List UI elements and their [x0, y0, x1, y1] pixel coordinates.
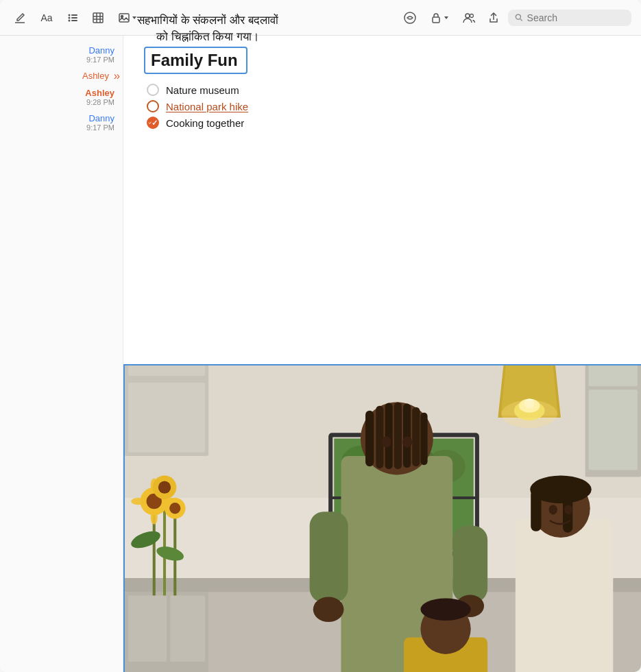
sidebar-entry-danny-1[interactable]: Danny 9:17 PM	[0, 43, 123, 67]
svg-rect-70	[365, 411, 374, 466]
toolbar: Aa	[0, 0, 641, 36]
user-name-danny-1: Danny	[88, 45, 114, 56]
media-icon[interactable]	[112, 8, 143, 28]
svg-rect-6	[93, 13, 103, 23]
svg-rect-1	[71, 14, 77, 16]
kitchen-scene	[125, 365, 641, 672]
svg-point-16	[470, 14, 474, 17]
kitchen-photo-svg	[125, 365, 641, 672]
check-circle-1[interactable]	[147, 84, 159, 96]
svg-rect-71	[376, 406, 383, 469]
svg-rect-3	[71, 17, 77, 19]
sidebar-entry-ashley-1[interactable]: Ashley ›	[0, 68, 123, 84]
user-name-danny-2: Danny	[88, 113, 114, 123]
svg-point-60	[131, 498, 145, 505]
svg-rect-52	[170, 595, 205, 662]
svg-rect-73	[394, 403, 402, 470]
item-label-2: National park hike	[166, 101, 248, 112]
svg-rect-14	[433, 17, 439, 23]
sidebar-entry-ashley-2[interactable]: Ashley 9:28 PM	[0, 85, 123, 109]
svg-rect-79	[310, 512, 348, 602]
note-title-box: Family Fun	[144, 47, 247, 74]
svg-rect-86	[531, 490, 541, 531]
svg-rect-80	[452, 526, 487, 603]
svg-rect-5	[71, 20, 77, 21]
svg-point-13	[404, 12, 415, 23]
svg-point-88	[549, 505, 557, 514]
user-time-danny-1: 9:17 PM	[86, 56, 114, 64]
edit-icon[interactable]	[10, 8, 30, 28]
photo-area	[123, 364, 641, 672]
note-area: Family Fun Nature museum National park h…	[123, 36, 641, 672]
svg-rect-72	[385, 403, 393, 470]
lock-icon[interactable]	[424, 8, 455, 28]
checklist: Nature museum National park hike	[147, 84, 620, 129]
svg-point-77	[381, 436, 391, 447]
svg-point-81	[313, 597, 344, 622]
svg-point-92	[420, 599, 470, 621]
svg-point-59	[151, 510, 158, 524]
svg-rect-83	[516, 519, 613, 673]
svg-point-4	[69, 19, 71, 21]
svg-rect-22	[128, 383, 205, 453]
svg-rect-51	[128, 595, 167, 662]
svg-point-78	[402, 436, 412, 447]
collaborate-icon[interactable]	[400, 8, 420, 28]
share-icon[interactable]	[483, 8, 504, 28]
svg-rect-24	[589, 365, 638, 386]
svg-point-89	[564, 505, 572, 514]
note-content: Family Fun Nature museum National park h…	[123, 36, 641, 364]
svg-rect-21	[128, 365, 205, 376]
toolbar-right	[400, 8, 631, 28]
table-icon[interactable]	[88, 8, 108, 28]
user-name-ashley-2: Ashley	[85, 88, 114, 98]
svg-point-15	[465, 14, 470, 18]
check-circle-2[interactable]	[147, 100, 159, 112]
svg-point-63	[158, 481, 171, 494]
svg-rect-76	[420, 413, 427, 465]
svg-point-65	[169, 503, 180, 514]
search-icon	[515, 13, 523, 22]
ashley-arrow-icon: ›	[114, 70, 117, 82]
sidebar: Danny 9:17 PM Ashley › Ashley 9:28 PM Da…	[0, 36, 123, 672]
check-circle-3[interactable]	[147, 117, 159, 129]
search-box[interactable]	[508, 10, 631, 26]
item-label-1: Nature museum	[166, 84, 239, 96]
svg-point-39	[501, 400, 557, 429]
svg-rect-75	[412, 407, 420, 466]
svg-rect-11	[119, 14, 129, 22]
bullets-icon[interactable]	[63, 8, 84, 28]
user-time-ashley-2: 9:28 PM	[86, 98, 114, 106]
checklist-item-2[interactable]: National park hike	[147, 100, 620, 112]
check-icon	[148, 119, 152, 126]
checklist-item-1[interactable]: Nature museum	[147, 84, 620, 96]
checklist-item-3[interactable]: Cooking together	[147, 117, 620, 129]
svg-point-17	[516, 14, 520, 19]
svg-rect-74	[403, 404, 411, 468]
search-input[interactable]	[527, 12, 625, 23]
main-content: Danny 9:17 PM Ashley › Ashley 9:28 PM Da…	[0, 36, 641, 672]
format-text-icon[interactable]: Aa	[34, 8, 59, 28]
svg-point-0	[69, 14, 71, 16]
user-time-danny-2: 9:17 PM	[86, 123, 114, 132]
collaborators-icon[interactable]	[459, 8, 479, 28]
svg-point-2	[69, 16, 71, 19]
note-title: Family Fun	[151, 51, 238, 69]
user-name-ashley-1: Ashley	[82, 71, 109, 81]
svg-rect-25	[589, 389, 638, 470]
app-window: सहभागियों के संकलनों और बदलावों को चिह्न…	[0, 0, 641, 672]
sidebar-entry-danny-2[interactable]: Danny 9:17 PM	[0, 110, 123, 134]
item-label-3: Cooking together	[166, 117, 244, 129]
